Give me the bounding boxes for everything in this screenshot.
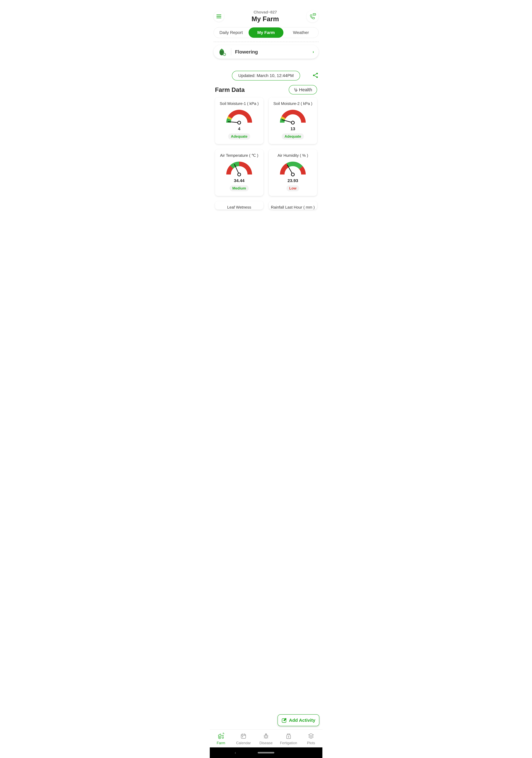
- tab-my-farm[interactable]: My Farm: [249, 27, 283, 38]
- gauge-chart: [271, 108, 315, 125]
- tab-weather[interactable]: Weather: [283, 27, 318, 38]
- updated-timestamp[interactable]: Updated: March 10, 12:44PM: [232, 71, 300, 81]
- svg-line-12: [315, 74, 316, 75]
- gauge-value: 34.44: [217, 178, 261, 183]
- hamburger-menu-button[interactable]: [214, 11, 224, 22]
- gauge-status-badge: Adequate: [282, 133, 304, 139]
- svg-point-11: [316, 76, 318, 78]
- share-icon: [313, 72, 318, 78]
- section-header: Farm Data Health: [215, 85, 317, 94]
- svg-point-3: [315, 14, 315, 15]
- gauge-card-rainfall[interactable]: Rainfall Last Hour ( mm ): [269, 201, 317, 210]
- gauge-card-leaf-wetness[interactable]: Leaf Wetness: [215, 201, 263, 210]
- gauge-title: Leaf Wetness: [217, 205, 261, 210]
- view-tabs: Daily Report My Farm Weather: [214, 27, 318, 38]
- tab-daily-report[interactable]: Daily Report: [214, 27, 249, 38]
- phone-chat-icon: [309, 13, 316, 20]
- svg-point-18: [238, 121, 241, 124]
- share-button[interactable]: [313, 72, 318, 79]
- gauge-title: Rainfall Last Hour ( mm ): [271, 205, 315, 210]
- top-bar: Chovad~827 My Farm: [210, 0, 322, 26]
- crop-stage-label: Flowering: [235, 49, 309, 55]
- gauge-status-badge: Low: [286, 185, 299, 191]
- gauge-grid: Soil Moisture-1 ( kPa ) 4 Adequate Soil …: [210, 97, 322, 196]
- chevron-right-icon: ›: [313, 50, 314, 54]
- gauge-status-badge: Adequate: [228, 133, 250, 139]
- svg-point-22: [238, 173, 241, 176]
- gauge-value: 13: [271, 126, 315, 131]
- divider: [214, 42, 318, 42]
- stethoscope-icon: [294, 88, 298, 92]
- svg-point-9: [316, 73, 318, 74]
- hamburger-line: [216, 16, 221, 17]
- gauge-value: 4: [217, 126, 261, 131]
- farm-code-label: Chovad~827: [224, 10, 307, 15]
- partial-gauges-row: Leaf Wetness Rainfall Last Hour ( mm ): [210, 196, 322, 210]
- gauge-status-badge: Medium: [230, 185, 249, 191]
- gauge-title: Soil Moisture-1 ( kPa ): [217, 101, 261, 106]
- header-center: Chovad~827 My Farm: [224, 10, 307, 23]
- gauge-value: 23.93: [271, 178, 315, 183]
- hamburger-line: [216, 15, 221, 15]
- gauge-card[interactable]: Soil Moisture-1 ( kPa ) 4 Adequate: [215, 97, 263, 144]
- section-title: Farm Data: [215, 86, 245, 93]
- gauge-chart: [271, 160, 315, 177]
- gauge-title: Air Humidity ( % ): [271, 153, 315, 158]
- svg-line-13: [315, 76, 316, 77]
- gauge-card[interactable]: Air Humidity ( % ) 23.93 Low: [269, 149, 317, 196]
- svg-point-2: [314, 14, 315, 15]
- svg-line-16: [296, 88, 296, 88]
- call-support-button[interactable]: [307, 10, 318, 22]
- svg-point-14: [296, 90, 297, 91]
- svg-point-20: [291, 121, 294, 124]
- divider: [231, 49, 231, 55]
- updated-row: Updated: March 10, 12:44PM: [214, 71, 318, 81]
- svg-point-10: [313, 75, 315, 76]
- crop-stage-card[interactable]: Flowering ›: [214, 45, 318, 59]
- gauge-card[interactable]: Soil Moisture-2 ( kPa ) 13 Adequate: [269, 97, 317, 144]
- svg-line-15: [294, 88, 295, 88]
- hamburger-line: [216, 17, 221, 18]
- svg-point-1: [314, 14, 314, 15]
- gauge-chart: [217, 108, 261, 125]
- health-button[interactable]: Health: [289, 85, 317, 94]
- svg-rect-6: [221, 49, 222, 50]
- gauge-title: Air Temperature ( ℃ ): [217, 153, 261, 158]
- gauge-title: Soil Moisture-2 ( kPa ): [271, 101, 315, 106]
- crop-pepper-icon: [218, 47, 227, 56]
- health-label: Health: [299, 87, 312, 92]
- page-title: My Farm: [224, 15, 307, 23]
- svg-point-8: [223, 53, 225, 55]
- gauge-card[interactable]: Air Temperature ( ℃ ) 34.44 Medium: [215, 149, 263, 196]
- svg-point-24: [291, 173, 294, 176]
- gauge-chart: [217, 160, 261, 177]
